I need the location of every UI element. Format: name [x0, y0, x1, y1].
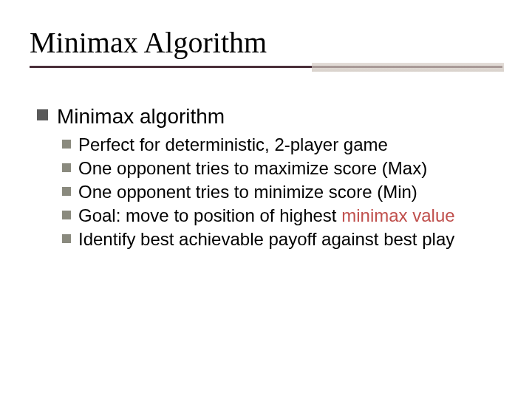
sub-bullets: Perfect for deterministic, 2-player game… [62, 134, 495, 250]
square-bullet-icon [62, 163, 71, 172]
title-block: Minimax Algorithm [30, 25, 502, 68]
bullet-text: Perfect for deterministic, 2-player game [78, 134, 388, 156]
bullet-level2: Identify best achievable payoff against … [62, 228, 495, 250]
bullet-text: Goal: move to position of highest minima… [78, 205, 455, 227]
bullet-text: Minimax algorithm [57, 103, 225, 129]
bullet-level2: Perfect for deterministic, 2-player game [62, 134, 495, 156]
bullet-text: One opponent tries to minimize score (Mi… [78, 181, 417, 203]
slide-title: Minimax Algorithm [30, 25, 502, 60]
bullet-level1: Minimax algorithm [37, 103, 495, 129]
bullet-level2: One opponent tries to maximize score (Ma… [62, 157, 495, 180]
square-bullet-icon [62, 211, 71, 219]
square-bullet-icon [62, 234, 71, 243]
highlight-text: minimax value [341, 205, 454, 225]
bullet-level2: One opponent tries to minimize score (Mi… [62, 181, 495, 203]
content-area: Minimax algorithm Perfect for determinis… [37, 103, 495, 252]
square-bullet-icon [62, 187, 71, 196]
bullet-text: One opponent tries to maximize score (Ma… [78, 157, 427, 180]
title-underline [30, 66, 502, 68]
square-bullet-icon [62, 140, 71, 149]
bullet-text: Identify best achievable payoff against … [78, 228, 454, 250]
bullet-prefix: Goal: move to position of highest [78, 205, 341, 225]
bullet-level2: Goal: move to position of highest minima… [62, 205, 495, 227]
slide: Minimax Algorithm Minimax algorithm Perf… [0, 0, 532, 399]
square-bullet-icon [37, 109, 48, 120]
